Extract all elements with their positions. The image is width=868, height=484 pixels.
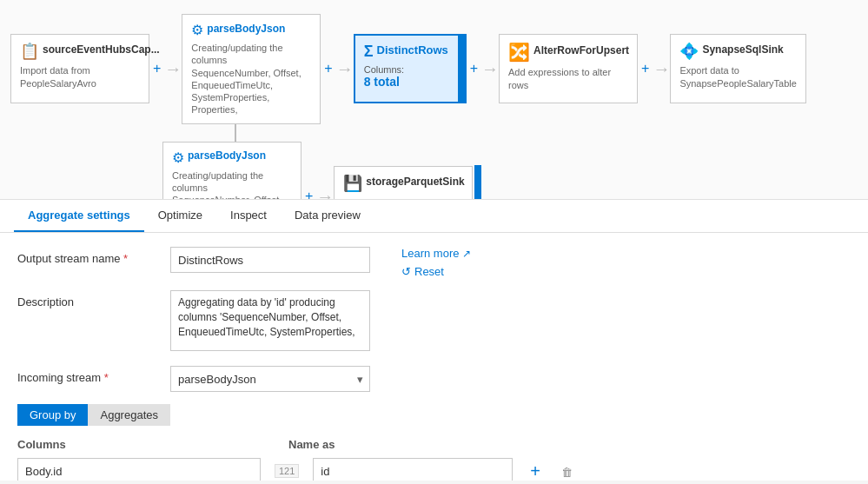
column-input[interactable]	[17, 458, 261, 481]
add-column-btn[interactable]: +	[527, 461, 544, 481]
node-synapse-title: SynapseSqlSink	[702, 43, 783, 56]
node-source-desc: Import data fromPeopleSalaryAvro	[20, 64, 96, 90]
name-as-header: Name as	[288, 438, 488, 451]
add-after-parse2[interactable]: +	[301, 189, 316, 200]
node-alter[interactable]: 🔀 AlterRowForUpsert Add expressions to a…	[499, 34, 638, 103]
settings-area: Output stream name Learn more ↗ ↺ Reset …	[0, 233, 868, 481]
node-distinct-title: DistinctRows	[377, 43, 448, 56]
parse1-icon: ⚙	[191, 22, 203, 38]
pipeline-row-1: 📋 sourceEventHubsCap... Import data from…	[10, 14, 858, 124]
column-type-badge: 121	[275, 464, 299, 478]
tab-preview[interactable]: Data preview	[281, 200, 374, 232]
arrow-3: →	[481, 59, 499, 79]
node-synapse-desc: Export data toSynapsePeopleSalaryTable	[679, 64, 797, 90]
toggle-group: Group by Aggregates	[17, 404, 851, 426]
add-after-source[interactable]: +	[149, 61, 164, 76]
source-icon: 📋	[20, 42, 39, 61]
node-alter-desc: Add expressions to alter rows	[508, 66, 628, 91]
node-parse2[interactable]: ⚙ parseBodyJson Creating/updating the co…	[162, 142, 301, 200]
delete-column-btn[interactable]: 🗑	[558, 462, 576, 481]
sigma-icon: Σ	[364, 43, 374, 61]
node-parse2-title: parseBodyJson	[188, 149, 266, 162]
tabs-bar: Aggregate settings Optimize Inspect Data…	[0, 200, 868, 233]
node-parse2-desc: Creating/updating the columnsSequenceNum…	[172, 169, 292, 200]
add-after-distinct[interactable]: +	[467, 61, 481, 76]
node-synapse[interactable]: 💠 SynapseSqlSink Export data toSynapsePe…	[670, 34, 806, 103]
pipeline-row-2: ⚙ parseBodyJson Creating/updating the co…	[162, 142, 858, 200]
reset-icon: ↺	[401, 265, 411, 278]
add-after-alter[interactable]: +	[638, 61, 653, 76]
columns-header: Columns	[17, 438, 209, 451]
pipeline-canvas: 📋 sourceEventHubsCap... Import data from…	[0, 0, 868, 200]
incoming-stream-select-wrapper: parseBodyJson	[170, 366, 370, 392]
arrow-2: →	[336, 59, 354, 79]
node-storage-title: storageParquetSink	[366, 176, 464, 188]
active-bar	[458, 36, 465, 102]
name-as-input[interactable]	[313, 458, 513, 481]
description-row: Description Aggregating data by 'id' pro…	[17, 290, 851, 354]
alter-icon: 🔀	[508, 42, 530, 63]
node-alter-title: AlterRowForUpsert	[533, 44, 629, 56]
arrow-1: →	[164, 59, 182, 79]
column-row-1: 121 + 🗑	[17, 458, 851, 481]
aggregates-btn[interactable]: Aggregates	[88, 404, 170, 426]
node-source[interactable]: 📋 sourceEventHubsCap... Import data from…	[10, 34, 149, 103]
tab-aggregate[interactable]: Aggregate settings	[14, 200, 144, 232]
incoming-stream-row: Incoming stream parseBodyJson	[17, 366, 851, 392]
description-wrapper: Aggregating data by 'id' producing colum…	[170, 290, 370, 354]
arrow-5: →	[316, 187, 334, 200]
parse2-icon: ⚙	[172, 149, 184, 166]
tab-optimize[interactable]: Optimize	[144, 200, 216, 232]
node-distinct-count: 8 total	[364, 75, 456, 89]
synapse-icon: 💠	[679, 42, 699, 61]
external-link-icon: ↗	[462, 248, 471, 260]
trash-icon: 🗑	[561, 466, 573, 479]
node-storage[interactable]: 💾 storageParquetSink Export data to Parq…	[334, 166, 473, 200]
incoming-stream-label: Incoming stream	[17, 366, 156, 384]
node-parse1-desc: Creating/updating the columnsSequenceNum…	[191, 42, 311, 116]
storage-icon: 💾	[343, 174, 362, 193]
description-textarea[interactable]: Aggregating data by 'id' producing colum…	[170, 290, 370, 351]
col-headers: Columns Name as	[17, 438, 851, 451]
add-after-parse1[interactable]: +	[321, 61, 335, 76]
learn-more-link[interactable]: Learn more ↗	[401, 247, 471, 260]
tab-inspect[interactable]: Inspect	[216, 200, 281, 232]
node-storage-desc: Export data to Parquet1	[343, 196, 444, 200]
output-stream-row: Output stream name Learn more ↗ ↺ Reset	[17, 247, 851, 278]
node-distinctrows[interactable]: Σ DistinctRows Columns: 8 total	[354, 34, 467, 103]
learn-more-label: Learn more	[401, 247, 459, 260]
right-actions-learn: Learn more ↗ ↺ Reset	[401, 247, 471, 278]
description-label: Description	[17, 290, 156, 308]
storage-active-bar	[474, 165, 481, 200]
reset-button[interactable]: ↺ Reset	[401, 265, 444, 278]
node-source-title: sourceEventHubsCap...	[43, 43, 160, 56]
output-stream-label: Output stream name	[17, 247, 156, 265]
node-distinct-cols-label: Columns:	[364, 64, 456, 75]
incoming-stream-select[interactable]: parseBodyJson	[170, 366, 370, 392]
output-stream-input[interactable]	[170, 247, 370, 273]
reset-label: Reset	[414, 265, 444, 278]
group-by-btn[interactable]: Group by	[17, 404, 88, 426]
node-parse1[interactable]: ⚙ parseBodyJson Creating/updating the co…	[182, 14, 321, 124]
node-parse1-title: parseBodyJson	[207, 23, 285, 35]
columns-section: Columns Name as 121 + 🗑	[17, 438, 851, 481]
arrow-4: →	[653, 59, 670, 79]
